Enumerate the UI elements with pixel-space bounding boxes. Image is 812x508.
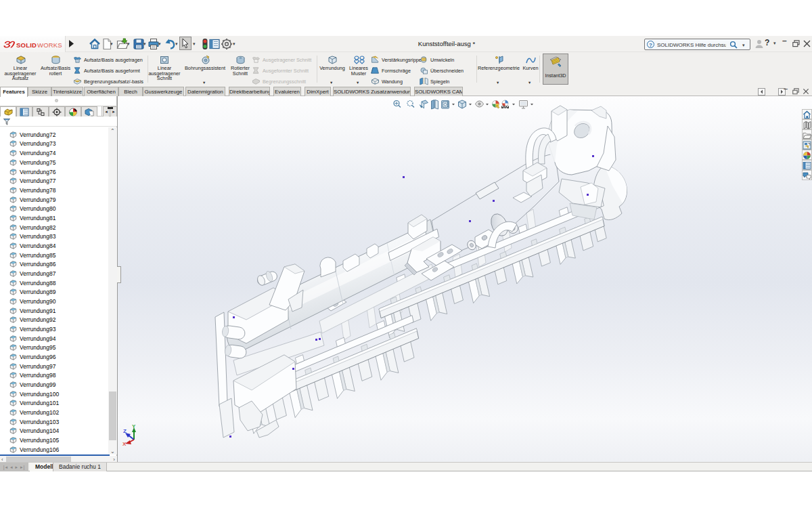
svg-text:X: X <box>122 441 127 447</box>
svg-text:WORKS: WORKS <box>37 41 62 49</box>
svg-text:SOLID: SOLID <box>16 41 37 49</box>
